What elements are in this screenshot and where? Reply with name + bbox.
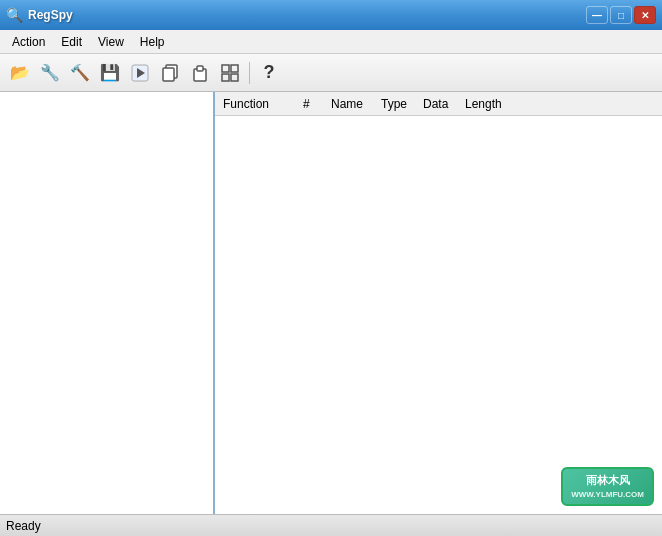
title-bar-left: 🔍 RegSpy [6,7,73,23]
menu-help[interactable]: Help [132,33,173,51]
col-header-length: Length [461,97,521,111]
svg-rect-6 [222,65,229,72]
watermark-line1: 雨林木风 [571,473,644,488]
open-folder-btn[interactable]: 📂 [6,59,34,87]
tree-panel[interactable] [0,92,215,514]
col-header-function: Function [219,97,299,111]
title-bar: 🔍 RegSpy — □ ✕ [0,0,662,30]
toolbar: 📂 🔧 🔨 💾 ? [0,54,662,92]
copy-btn[interactable] [156,59,184,87]
col-header-num: # [299,97,327,111]
toolbar-separator [249,62,250,84]
menu-bar: Action Edit View Help [0,30,662,54]
status-text: Ready [6,519,41,533]
save-btn[interactable]: 💾 [96,59,124,87]
window-controls: — □ ✕ [586,6,656,24]
watermark-line2: WWW.YLMFU.COM [571,489,644,500]
menu-edit[interactable]: Edit [53,33,90,51]
maximize-button[interactable]: □ [610,6,632,24]
menu-view[interactable]: View [90,33,132,51]
svg-rect-5 [197,66,203,71]
wrench-btn[interactable]: 🔧 [36,59,64,87]
menu-action[interactable]: Action [4,33,53,51]
app-title: RegSpy [28,8,73,22]
app-icon: 🔍 [6,7,22,23]
run-btn[interactable] [126,59,154,87]
col-header-name: Name [327,97,377,111]
grid-btn[interactable] [216,59,244,87]
paste-btn[interactable] [186,59,214,87]
status-bar: Ready [0,514,662,536]
column-headers: Function # Name Type Data Length [215,92,662,116]
detail-content [215,116,662,514]
main-area: Function # Name Type Data Length [0,92,662,514]
svg-rect-9 [231,74,238,81]
help-btn[interactable]: ? [255,59,283,87]
watermark: 雨林木风 WWW.YLMFU.COM [561,467,654,506]
hammer-btn[interactable]: 🔨 [66,59,94,87]
svg-rect-8 [222,74,229,81]
detail-panel: Function # Name Type Data Length [215,92,662,514]
svg-rect-3 [163,68,174,81]
col-header-data: Data [419,97,461,111]
minimize-button[interactable]: — [586,6,608,24]
svg-rect-7 [231,65,238,72]
close-button[interactable]: ✕ [634,6,656,24]
col-header-type: Type [377,97,419,111]
